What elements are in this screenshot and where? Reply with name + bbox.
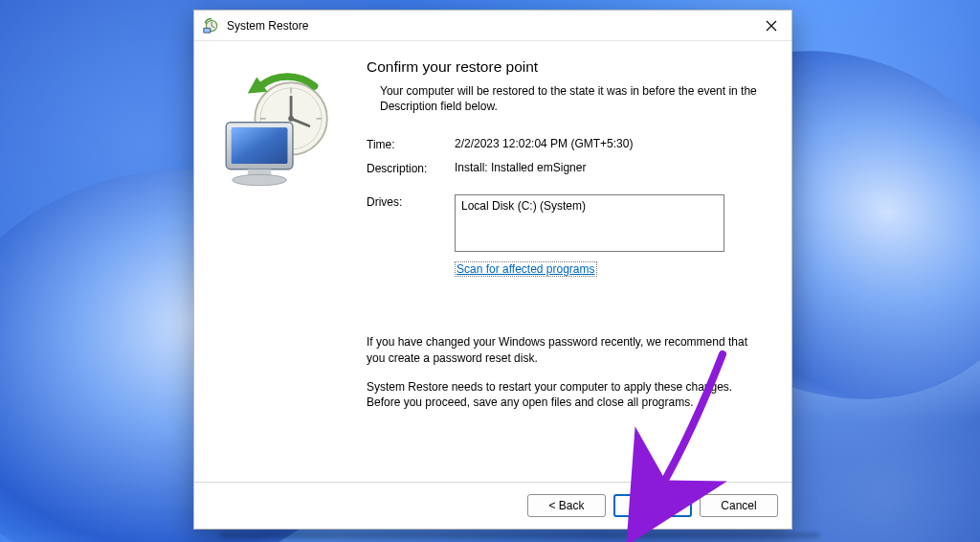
svg-point-11 — [288, 116, 294, 122]
time-value: 2/2/2023 12:02:04 PM (GMT+5:30) — [455, 137, 763, 150]
window-title: System Restore — [227, 19, 753, 33]
svg-rect-14 — [232, 127, 287, 164]
drives-listbox[interactable]: Local Disk (C:) (System) — [455, 194, 724, 252]
svg-rect-2 — [205, 29, 211, 32]
page-heading: Confirm your restore point — [367, 58, 763, 76]
intro-text: Your computer will be restored to the st… — [380, 83, 763, 114]
notes-section: If you have changed your Windows passwor… — [367, 334, 763, 410]
drives-label: Drives: — [367, 194, 455, 209]
scan-affected-programs-link[interactable]: Scan for affected programs — [455, 261, 597, 277]
description-row: Description: Install: Installed emSigner — [367, 161, 763, 175]
cancel-button[interactable]: Cancel — [700, 494, 778, 517]
close-button[interactable] — [753, 11, 790, 40]
time-label: Time: — [367, 137, 455, 151]
password-note: If you have changed your Windows passwor… — [367, 334, 763, 365]
restart-note: System Restore needs to restart your com… — [367, 379, 763, 410]
wizard-sidebar — [194, 41, 359, 482]
wizard-main: Confirm your restore point Your computer… — [359, 41, 791, 482]
system-restore-large-icon — [213, 70, 340, 192]
description-label: Description: — [367, 161, 455, 175]
time-row: Time: 2/2/2023 12:02:04 PM (GMT+5:30) — [367, 137, 763, 151]
svg-point-16 — [233, 174, 287, 185]
system-restore-dialog: System Restore — [193, 10, 792, 530]
dialog-footer: < Back Finish Cancel — [194, 482, 791, 529]
description-value: Install: Installed emSigner — [455, 161, 763, 174]
shadow — [220, 532, 819, 538]
titlebar: System Restore — [194, 11, 791, 41]
drive-item: Local Disk (C:) (System) — [461, 199, 718, 213]
finish-button[interactable]: Finish — [613, 494, 692, 517]
system-restore-icon — [202, 17, 219, 34]
drives-row: Drives: Local Disk (C:) (System) Scan fo… — [367, 194, 763, 277]
close-icon — [766, 20, 777, 32]
back-button[interactable]: < Back — [527, 494, 606, 517]
dialog-body: Confirm your restore point Your computer… — [194, 41, 791, 482]
